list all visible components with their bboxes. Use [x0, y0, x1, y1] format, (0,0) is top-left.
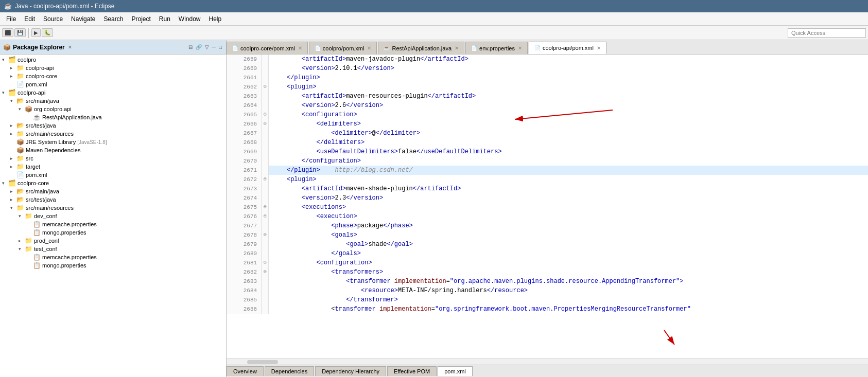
tree-item[interactable]: ▾📁src/main/resources: [0, 204, 226, 212]
line-number: 2677: [227, 221, 262, 230]
tree-expand-arrow[interactable]: ▾: [19, 246, 25, 252]
tree-expand-arrow[interactable]: ▾: [2, 57, 8, 62]
tab-close-btn[interactable]: ✕: [298, 45, 302, 51]
tree-expand-arrow[interactable]: ▸: [10, 65, 16, 70]
tree-expand-arrow[interactable]: ▾: [19, 106, 25, 112]
line-number: 2673: [227, 184, 262, 193]
tree-item-label: RestApiApplication.java: [42, 114, 102, 120]
tree-expand-arrow[interactable]: ▸: [10, 74, 16, 79]
editor-tab-tab2[interactable]: 📄coolpro/pom.xml✕: [309, 42, 377, 54]
tree-item[interactable]: 📄pom.xml: [0, 80, 226, 88]
toolbar-new[interactable]: ⬛: [2, 28, 13, 37]
line-number: 2667: [227, 129, 262, 138]
menu-item-window[interactable]: Window: [175, 14, 205, 24]
tree-expand-arrow[interactable]: ▾: [19, 213, 25, 219]
tree-expand-arrow[interactable]: ▸: [10, 131, 16, 136]
tree-expand-arrow[interactable]: ▾: [10, 98, 16, 103]
code-cell: <executions>: [269, 203, 868, 212]
tab-close-btn[interactable]: ✕: [518, 45, 522, 51]
tree-item-icon: 📋: [33, 229, 41, 236]
code-row: 2666⊖ <delimiters>: [227, 119, 868, 129]
tree-item[interactable]: ▸📁src: [0, 154, 226, 163]
tree-item[interactable]: ▾📂src/main/java: [0, 97, 226, 105]
tree-item[interactable]: ▸📁prod_conf: [0, 237, 226, 245]
tree-expand-arrow[interactable]: ▸: [10, 164, 16, 169]
code-cell: <phase>package</phase>: [269, 221, 868, 230]
menu-item-source[interactable]: Source: [39, 14, 67, 24]
menu-item-file[interactable]: File: [2, 14, 20, 24]
menu-item-navigate[interactable]: Navigate: [67, 14, 99, 24]
tree-item[interactable]: ▸📁coolpro-core: [0, 72, 226, 80]
menu-item-project[interactable]: Project: [127, 14, 154, 24]
editor-tab-tab1[interactable]: 📄coolpro-core/pom.xml✕: [227, 42, 308, 54]
bottom-tabs: OverviewDependenciesDependency Hierarchy…: [227, 365, 868, 377]
panel-menu-btn[interactable]: ▽: [204, 44, 210, 50]
tab-file-icon: 📄: [232, 45, 238, 51]
tree-item[interactable]: 📋memcache.properties: [0, 253, 226, 261]
tree-item[interactable]: ▸📂src/main/java: [0, 187, 226, 195]
toolbar-debug[interactable]: 🐛: [42, 28, 53, 37]
tree-item[interactable]: ▾📁test_conf: [0, 245, 226, 253]
code-gutter: [262, 249, 269, 258]
tree-expand-arrow[interactable]: ▸: [10, 156, 16, 161]
quick-access-input[interactable]: [788, 28, 866, 38]
tree-item[interactable]: ▾📦org.coolpro.api: [0, 105, 226, 113]
code-cell: <version>2.6</version>: [269, 101, 868, 110]
code-cell: <goal>shade</goal>: [269, 240, 868, 249]
tree-item[interactable]: ☕RestApiApplication.java: [0, 113, 226, 121]
tree-item[interactable]: ▾🗂️coolpro-core: [0, 179, 226, 187]
tree-expand-arrow[interactable]: ▸: [19, 238, 25, 243]
toolbar-run[interactable]: ▶: [31, 28, 41, 37]
tree-item[interactable]: ▾📁dev_conf: [0, 212, 226, 220]
tree-item[interactable]: ▸📂src/test/java: [0, 121, 226, 130]
tree-item[interactable]: ▸📁coolpro-api: [0, 64, 226, 72]
tree-item[interactable]: ▸📂src/test/java: [0, 195, 226, 204]
tree-expand-arrow[interactable]: ▾: [2, 181, 8, 186]
minimize-btn[interactable]: ─: [211, 44, 217, 50]
link-editor-btn[interactable]: 🔗: [195, 44, 203, 50]
maximize-btn[interactable]: □: [218, 44, 223, 50]
tree-item-label: src/main/resources: [26, 131, 74, 137]
tree-expand-arrow[interactable]: ▸: [10, 123, 16, 128]
code-cell: <artifactId>maven-shade-plugin</artifact…: [269, 184, 868, 193]
tree-item-label: src/test/java: [26, 196, 56, 203]
tree-item[interactable]: 📦Maven Dependencies: [0, 146, 226, 154]
line-number: 2666: [227, 119, 262, 129]
code-row: 2678⊖ <goals>: [227, 230, 868, 240]
menu-item-search[interactable]: Search: [99, 14, 127, 24]
tree-item-label: Maven Dependencies: [26, 147, 80, 153]
tab-close-btn[interactable]: ✕: [455, 45, 459, 51]
tree-item[interactable]: ▾🗂️coolpro-api: [0, 88, 226, 97]
tree-item[interactable]: 📋mongo.properties: [0, 228, 226, 237]
tree-expand-arrow[interactable]: ▾: [2, 90, 8, 95]
tree-item[interactable]: 📦JRE System Library [JavaSE-1.8]: [0, 138, 226, 146]
menu-item-help[interactable]: Help: [205, 14, 226, 24]
tree-item[interactable]: ▸📁target: [0, 163, 226, 171]
collapse-all-btn[interactable]: ⊟: [187, 44, 194, 50]
tree-expand-arrow[interactable]: ▸: [10, 197, 16, 202]
tab-close-btn[interactable]: ✕: [597, 45, 601, 51]
tree-expand-arrow[interactable]: ▾: [10, 205, 16, 210]
bottom-arrow-svg: [227, 346, 844, 371]
editor-tab-tab5[interactable]: 📄coolpro-api/pom.xml✕: [529, 42, 606, 54]
line-number: 2675: [227, 203, 262, 212]
package-tree: ▾🗂️coolpro▸📁coolpro-api▸📁coolpro-core📄po…: [0, 55, 226, 377]
tree-expand-arrow[interactable]: ▸: [10, 189, 16, 194]
editor-tab-tab4[interactable]: 📄env.properties✕: [465, 42, 528, 54]
tree-item[interactable]: ▸📁src/main/resources: [0, 130, 226, 138]
line-number: 2664: [227, 101, 262, 110]
tree-item[interactable]: ▾🗂️coolpro: [0, 56, 226, 64]
menu-item-edit[interactable]: Edit: [20, 14, 39, 24]
toolbar-save[interactable]: 💾: [14, 28, 26, 37]
menu-item-run[interactable]: Run: [155, 14, 175, 24]
editor-tab-tab3[interactable]: ☕RestApiApplication.java✕: [378, 42, 464, 54]
code-content[interactable]: 2659 <artifactId>maven-javadoc-plugin</a…: [227, 55, 868, 358]
tree-item-label: mongo.properties: [42, 262, 86, 268]
tab-close-btn[interactable]: ✕: [367, 45, 371, 51]
toolbar-sep1: [28, 28, 29, 38]
tree-item-label: coolpro-api: [18, 89, 45, 96]
tree-item[interactable]: 📄pom.xml: [0, 171, 226, 179]
line-number: 2674: [227, 193, 262, 203]
tree-item[interactable]: 📋mongo.properties: [0, 261, 226, 270]
tree-item[interactable]: 📋memcache.properties: [0, 220, 226, 228]
